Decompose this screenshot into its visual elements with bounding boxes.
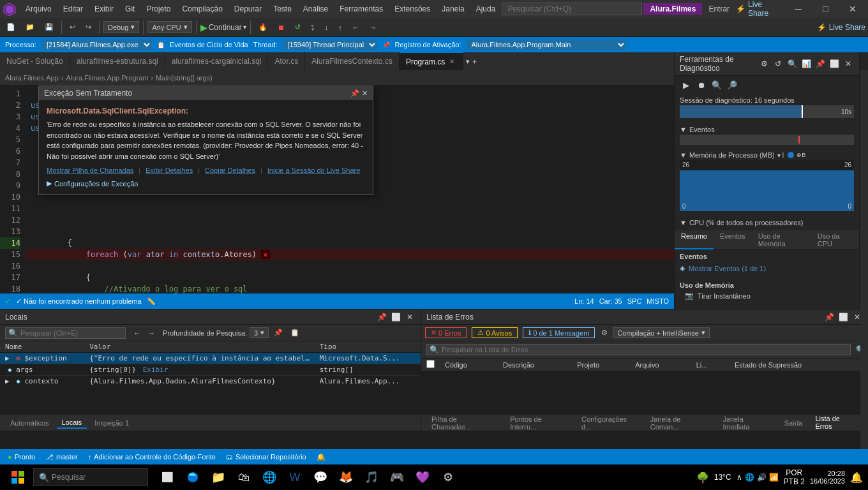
tab-ator[interactable]: Ator.cs bbox=[268, 52, 305, 70]
tab-estrutura[interactable]: alurafilmes-estrutura.sql bbox=[70, 52, 165, 70]
redo-btn[interactable]: ↪ bbox=[82, 22, 95, 33]
menu-exibir[interactable]: Exibir bbox=[89, 3, 119, 15]
tab-nuget[interactable]: NuGet - Solução bbox=[0, 52, 70, 70]
step-out-btn[interactable]: ↑ bbox=[334, 22, 346, 33]
locals-close-btn[interactable]: ✕ bbox=[404, 311, 415, 323]
systray-up-icon[interactable]: ∧ bbox=[737, 473, 742, 482]
exception-close-btn[interactable]: ✕ bbox=[362, 89, 368, 98]
taskbar-app-game[interactable]: 🎮 bbox=[385, 466, 408, 489]
stop-btn[interactable]: ⏹ bbox=[274, 22, 288, 33]
menu-extensoes[interactable]: Extensões bbox=[389, 3, 435, 15]
locals-pin-btn[interactable]: 📌 bbox=[376, 311, 387, 323]
new-file-btn[interactable]: 📄 bbox=[3, 22, 19, 33]
tab-pontos[interactable]: Pontos de Interru... bbox=[505, 414, 574, 432]
thread-dropdown[interactable]: [15940] Thread Principal bbox=[283, 40, 377, 50]
taskbar-app-taskview[interactable]: ⬜ bbox=[156, 466, 179, 489]
diag-refresh-btn[interactable]: ↺ bbox=[772, 58, 784, 70]
taskbar-app-store[interactable]: 🛍 bbox=[232, 466, 255, 489]
col-tipo[interactable]: Tipo bbox=[315, 341, 421, 353]
locals-copy-btn[interactable]: 📋 bbox=[288, 327, 302, 338]
ecol-projeto[interactable]: Projeto bbox=[572, 359, 630, 371]
link-liveshare[interactable]: Inicie a Sessão do Live Share bbox=[267, 167, 361, 174]
menu-ferramentas[interactable]: Ferramentas bbox=[334, 3, 388, 15]
ecol-descricao[interactable]: Descrição bbox=[498, 359, 572, 371]
diag-tab-resumo[interactable]: Resumo bbox=[675, 230, 714, 249]
menu-teste[interactable]: Teste bbox=[268, 3, 297, 15]
ecol-estado[interactable]: Estado de Supressão bbox=[730, 359, 868, 371]
errors-search-input[interactable] bbox=[442, 346, 848, 353]
entrar-btn[interactable]: Entrar bbox=[703, 3, 735, 15]
diag-tirar-instantaneo[interactable]: 📷 Tirar Instantâneo bbox=[680, 290, 854, 301]
tab-janela-imed[interactable]: Janela Imediata bbox=[717, 414, 776, 432]
locals-search-input[interactable] bbox=[20, 329, 123, 337]
menu-git[interactable]: Git bbox=[120, 3, 140, 15]
table-row[interactable]: ◆ args {string[0]} Exibir string[] bbox=[0, 364, 421, 376]
taskbar-app-music[interactable]: 🎵 bbox=[360, 466, 383, 489]
diag-zoom-in-btn[interactable]: 🔍 bbox=[710, 78, 723, 91]
table-row[interactable]: ▶ ⊗ $exception {"Erro de rede ou específ… bbox=[0, 353, 421, 364]
taskbar-lang[interactable]: POR PTB 2 bbox=[784, 468, 805, 487]
badge-erros[interactable]: ✕ 0 Erros bbox=[425, 327, 467, 338]
link-copiar[interactable]: Copiar Detalhes bbox=[205, 167, 255, 174]
link-pilha[interactable]: Mostrar Pilha de Chamadas bbox=[47, 167, 133, 174]
ecol-arquivo[interactable]: Arquivo bbox=[630, 359, 691, 371]
menu-depurar[interactable]: Depurar bbox=[229, 3, 267, 15]
diag-eventos-title[interactable]: ▼ Eventos bbox=[680, 126, 854, 133]
diag-mem-icon2[interactable]: ⊕B bbox=[797, 152, 805, 158]
filter-icon[interactable]: ⚙ bbox=[601, 329, 608, 337]
menu-search-input[interactable] bbox=[502, 3, 642, 15]
breadcrumb-program[interactable]: Alura.Filmes.App.Program bbox=[66, 74, 148, 82]
tab-contexto[interactable]: AluraFilmesContexto.cs bbox=[305, 52, 400, 70]
diag-close-btn[interactable]: ✕ bbox=[842, 58, 854, 70]
taskbar-app-chat[interactable]: 💜 bbox=[411, 466, 434, 489]
menu-analise[interactable]: Análise bbox=[298, 3, 333, 15]
diag-zoom-out-btn[interactable]: 🔎 bbox=[726, 78, 738, 91]
maximize-btn[interactable]: □ bbox=[812, 0, 839, 18]
diag-chart-btn[interactable]: 📊 bbox=[800, 58, 812, 70]
breadcrumb-app[interactable]: Alura.Filmes.App bbox=[5, 74, 59, 82]
taskbar-search[interactable]: 🔍 Pesquisar bbox=[33, 468, 148, 486]
taskbar-app-files[interactable]: 📁 bbox=[207, 466, 230, 489]
expand-contexto-btn[interactable]: ▶ bbox=[5, 377, 10, 385]
menu-editar[interactable]: Editar bbox=[58, 3, 88, 15]
errors-search-box[interactable]: 🔍 bbox=[426, 344, 851, 355]
nav-back-btn[interactable]: ← bbox=[348, 22, 363, 33]
tab-pilha[interactable]: Pilha de Chamadas... bbox=[426, 414, 502, 432]
taskbar-app-edge[interactable] bbox=[181, 466, 204, 489]
status-source-control[interactable]: ↑ Adicionar ao Controle do Código-Fonte bbox=[86, 453, 218, 461]
status-notification[interactable]: 🔔 bbox=[314, 453, 328, 461]
locals-pin2-btn[interactable]: 📌 bbox=[271, 327, 285, 338]
undo-btn[interactable]: ↩ bbox=[66, 22, 79, 33]
tab-inspecao[interactable]: Inspeção 1 bbox=[89, 418, 134, 428]
diag-cpu-title[interactable]: ▼ CPU (% de todos os processadores) bbox=[680, 219, 854, 226]
diag-pin-btn[interactable]: 📌 bbox=[814, 58, 826, 70]
app-logo[interactable] bbox=[3, 2, 17, 16]
menu-projeto[interactable]: Projeto bbox=[141, 3, 176, 15]
step-over-btn[interactable]: ⤵ bbox=[307, 22, 318, 33]
exception-config[interactable]: ▶ Configurações de Exceção bbox=[47, 179, 365, 188]
tab-list-btn[interactable]: ▾ bbox=[466, 57, 470, 66]
nav-fwd-btn[interactable]: → bbox=[366, 22, 380, 33]
taskbar-clock[interactable]: 20:28 16/06/2023 bbox=[810, 470, 845, 485]
registro-dropdown[interactable]: Alura.Filmes.App.Program.Main bbox=[467, 40, 626, 50]
tab-lista-erros[interactable]: Lista de Erros bbox=[810, 413, 863, 432]
ecol-linha[interactable]: Li... bbox=[691, 359, 730, 371]
diag-tab-eventos[interactable]: Eventos bbox=[714, 230, 752, 249]
menu-compilacao[interactable]: Compilação bbox=[177, 3, 227, 15]
live-share-btn[interactable]: ⚡ Live Share bbox=[736, 0, 779, 18]
taskbar-app-skype[interactable]: 💬 bbox=[309, 466, 332, 489]
taskbar-app-firefox[interactable]: 🦊 bbox=[334, 466, 357, 489]
link-detalhes[interactable]: Exibir Detalhes bbox=[146, 167, 193, 174]
diag-play-btn[interactable]: ▶ bbox=[680, 78, 692, 91]
systray-wifi-icon[interactable]: 📶 bbox=[769, 473, 779, 482]
diag-memoria-title[interactable]: ▼ Memória de Processo (MB) ▾ I ⊕B bbox=[680, 151, 854, 159]
errors-float-btn[interactable]: ⬜ bbox=[837, 311, 849, 323]
live-share-toolbar[interactable]: ⚡ Live Share bbox=[817, 23, 865, 32]
play-btn[interactable]: ▶ Continuar ▾ bbox=[200, 22, 246, 33]
debug-dropdown[interactable]: Debug ▾ bbox=[103, 21, 139, 33]
tab-locais[interactable]: Locais bbox=[57, 417, 87, 429]
menu-janela[interactable]: Janela bbox=[437, 3, 469, 15]
taskbar-app-chrome[interactable]: 🌐 bbox=[258, 466, 281, 489]
systray-volume-icon[interactable]: 🔊 bbox=[757, 473, 767, 482]
status-repo[interactable]: 🗂 Selecionar Repositório bbox=[223, 453, 309, 461]
